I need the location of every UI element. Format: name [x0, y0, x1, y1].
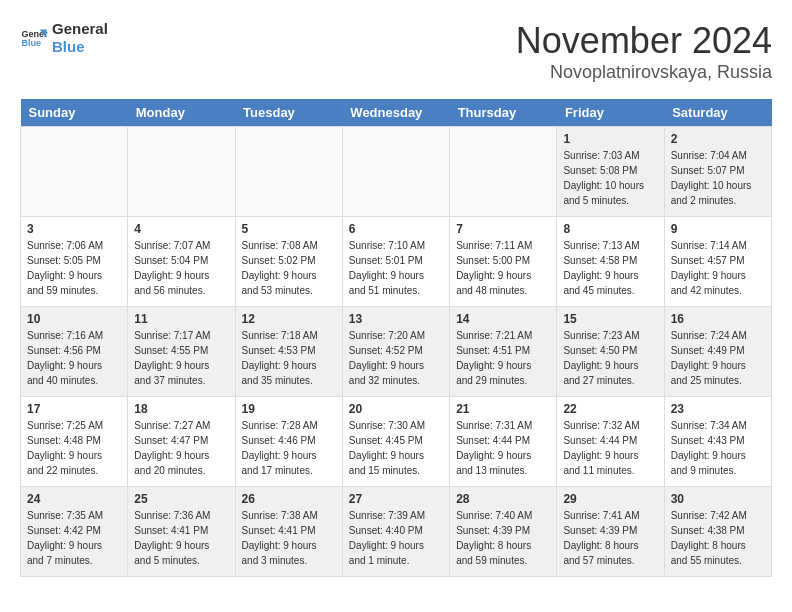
day-cell: 12Sunrise: 7:18 AM Sunset: 4:53 PM Dayli…	[235, 307, 342, 397]
day-number: 28	[456, 492, 550, 506]
day-number: 30	[671, 492, 765, 506]
header-tuesday: Tuesday	[235, 99, 342, 127]
day-cell: 19Sunrise: 7:28 AM Sunset: 4:46 PM Dayli…	[235, 397, 342, 487]
week-row-3: 17Sunrise: 7:25 AM Sunset: 4:48 PM Dayli…	[21, 397, 772, 487]
week-row-2: 10Sunrise: 7:16 AM Sunset: 4:56 PM Dayli…	[21, 307, 772, 397]
header-monday: Monday	[128, 99, 235, 127]
logo-line2: Blue	[52, 38, 108, 56]
day-cell: 7Sunrise: 7:11 AM Sunset: 5:00 PM Daylig…	[450, 217, 557, 307]
day-info: Sunrise: 7:13 AM Sunset: 4:58 PM Dayligh…	[563, 238, 657, 298]
day-number: 7	[456, 222, 550, 236]
day-number: 12	[242, 312, 336, 326]
week-row-1: 3Sunrise: 7:06 AM Sunset: 5:05 PM Daylig…	[21, 217, 772, 307]
day-cell: 21Sunrise: 7:31 AM Sunset: 4:44 PM Dayli…	[450, 397, 557, 487]
day-cell	[128, 127, 235, 217]
day-info: Sunrise: 7:17 AM Sunset: 4:55 PM Dayligh…	[134, 328, 228, 388]
day-cell: 18Sunrise: 7:27 AM Sunset: 4:47 PM Dayli…	[128, 397, 235, 487]
day-info: Sunrise: 7:25 AM Sunset: 4:48 PM Dayligh…	[27, 418, 121, 478]
day-cell	[21, 127, 128, 217]
day-cell: 15Sunrise: 7:23 AM Sunset: 4:50 PM Dayli…	[557, 307, 664, 397]
day-info: Sunrise: 7:21 AM Sunset: 4:51 PM Dayligh…	[456, 328, 550, 388]
month-title: November 2024	[516, 20, 772, 62]
day-info: Sunrise: 7:18 AM Sunset: 4:53 PM Dayligh…	[242, 328, 336, 388]
day-number: 3	[27, 222, 121, 236]
day-info: Sunrise: 7:14 AM Sunset: 4:57 PM Dayligh…	[671, 238, 765, 298]
day-info: Sunrise: 7:27 AM Sunset: 4:47 PM Dayligh…	[134, 418, 228, 478]
day-info: Sunrise: 7:32 AM Sunset: 4:44 PM Dayligh…	[563, 418, 657, 478]
day-cell: 11Sunrise: 7:17 AM Sunset: 4:55 PM Dayli…	[128, 307, 235, 397]
week-row-0: 1Sunrise: 7:03 AM Sunset: 5:08 PM Daylig…	[21, 127, 772, 217]
day-cell: 13Sunrise: 7:20 AM Sunset: 4:52 PM Dayli…	[342, 307, 449, 397]
day-info: Sunrise: 7:07 AM Sunset: 5:04 PM Dayligh…	[134, 238, 228, 298]
day-info: Sunrise: 7:30 AM Sunset: 4:45 PM Dayligh…	[349, 418, 443, 478]
day-cell	[235, 127, 342, 217]
day-info: Sunrise: 7:42 AM Sunset: 4:38 PM Dayligh…	[671, 508, 765, 568]
day-number: 14	[456, 312, 550, 326]
day-cell: 6Sunrise: 7:10 AM Sunset: 5:01 PM Daylig…	[342, 217, 449, 307]
day-cell: 28Sunrise: 7:40 AM Sunset: 4:39 PM Dayli…	[450, 487, 557, 577]
day-number: 10	[27, 312, 121, 326]
day-number: 4	[134, 222, 228, 236]
header-thursday: Thursday	[450, 99, 557, 127]
logo-icon: General Blue	[20, 24, 48, 52]
day-cell: 4Sunrise: 7:07 AM Sunset: 5:04 PM Daylig…	[128, 217, 235, 307]
day-number: 29	[563, 492, 657, 506]
day-number: 11	[134, 312, 228, 326]
day-number: 18	[134, 402, 228, 416]
day-number: 25	[134, 492, 228, 506]
location-title: Novoplatnirovskaya, Russia	[516, 62, 772, 83]
day-cell: 16Sunrise: 7:24 AM Sunset: 4:49 PM Dayli…	[664, 307, 771, 397]
day-info: Sunrise: 7:23 AM Sunset: 4:50 PM Dayligh…	[563, 328, 657, 388]
day-number: 2	[671, 132, 765, 146]
day-number: 24	[27, 492, 121, 506]
header-sunday: Sunday	[21, 99, 128, 127]
day-info: Sunrise: 7:31 AM Sunset: 4:44 PM Dayligh…	[456, 418, 550, 478]
day-info: Sunrise: 7:10 AM Sunset: 5:01 PM Dayligh…	[349, 238, 443, 298]
day-info: Sunrise: 7:38 AM Sunset: 4:41 PM Dayligh…	[242, 508, 336, 568]
day-info: Sunrise: 7:35 AM Sunset: 4:42 PM Dayligh…	[27, 508, 121, 568]
title-area: November 2024 Novoplatnirovskaya, Russia	[516, 20, 772, 83]
day-info: Sunrise: 7:08 AM Sunset: 5:02 PM Dayligh…	[242, 238, 336, 298]
day-number: 16	[671, 312, 765, 326]
day-cell: 14Sunrise: 7:21 AM Sunset: 4:51 PM Dayli…	[450, 307, 557, 397]
day-number: 13	[349, 312, 443, 326]
day-number: 17	[27, 402, 121, 416]
day-cell: 24Sunrise: 7:35 AM Sunset: 4:42 PM Dayli…	[21, 487, 128, 577]
day-number: 21	[456, 402, 550, 416]
svg-text:Blue: Blue	[21, 38, 41, 48]
day-info: Sunrise: 7:39 AM Sunset: 4:40 PM Dayligh…	[349, 508, 443, 568]
day-cell: 8Sunrise: 7:13 AM Sunset: 4:58 PM Daylig…	[557, 217, 664, 307]
day-number: 6	[349, 222, 443, 236]
day-info: Sunrise: 7:28 AM Sunset: 4:46 PM Dayligh…	[242, 418, 336, 478]
day-info: Sunrise: 7:34 AM Sunset: 4:43 PM Dayligh…	[671, 418, 765, 478]
header-row: SundayMondayTuesdayWednesdayThursdayFrid…	[21, 99, 772, 127]
week-row-4: 24Sunrise: 7:35 AM Sunset: 4:42 PM Dayli…	[21, 487, 772, 577]
day-info: Sunrise: 7:20 AM Sunset: 4:52 PM Dayligh…	[349, 328, 443, 388]
day-info: Sunrise: 7:41 AM Sunset: 4:39 PM Dayligh…	[563, 508, 657, 568]
day-number: 1	[563, 132, 657, 146]
day-number: 26	[242, 492, 336, 506]
day-cell: 17Sunrise: 7:25 AM Sunset: 4:48 PM Dayli…	[21, 397, 128, 487]
day-cell: 9Sunrise: 7:14 AM Sunset: 4:57 PM Daylig…	[664, 217, 771, 307]
day-number: 5	[242, 222, 336, 236]
day-cell: 22Sunrise: 7:32 AM Sunset: 4:44 PM Dayli…	[557, 397, 664, 487]
day-cell: 30Sunrise: 7:42 AM Sunset: 4:38 PM Dayli…	[664, 487, 771, 577]
day-number: 19	[242, 402, 336, 416]
day-info: Sunrise: 7:03 AM Sunset: 5:08 PM Dayligh…	[563, 148, 657, 208]
day-number: 9	[671, 222, 765, 236]
header-friday: Friday	[557, 99, 664, 127]
day-info: Sunrise: 7:11 AM Sunset: 5:00 PM Dayligh…	[456, 238, 550, 298]
day-cell	[450, 127, 557, 217]
day-cell: 20Sunrise: 7:30 AM Sunset: 4:45 PM Dayli…	[342, 397, 449, 487]
day-number: 15	[563, 312, 657, 326]
day-cell	[342, 127, 449, 217]
day-cell: 2Sunrise: 7:04 AM Sunset: 5:07 PM Daylig…	[664, 127, 771, 217]
header-saturday: Saturday	[664, 99, 771, 127]
day-info: Sunrise: 7:16 AM Sunset: 4:56 PM Dayligh…	[27, 328, 121, 388]
day-info: Sunrise: 7:06 AM Sunset: 5:05 PM Dayligh…	[27, 238, 121, 298]
day-cell: 29Sunrise: 7:41 AM Sunset: 4:39 PM Dayli…	[557, 487, 664, 577]
logo-line1: General	[52, 20, 108, 38]
logo: General Blue General Blue	[20, 20, 108, 56]
day-info: Sunrise: 7:40 AM Sunset: 4:39 PM Dayligh…	[456, 508, 550, 568]
day-info: Sunrise: 7:36 AM Sunset: 4:41 PM Dayligh…	[134, 508, 228, 568]
